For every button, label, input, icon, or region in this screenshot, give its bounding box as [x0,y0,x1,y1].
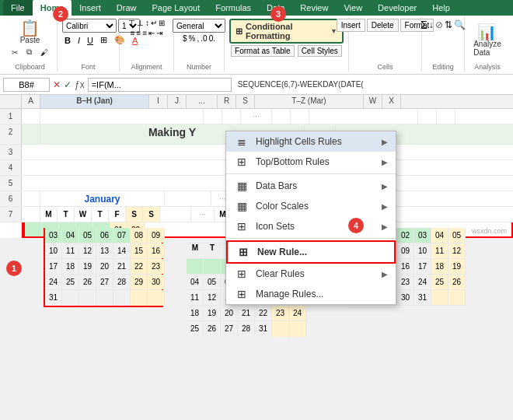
dropdown-item-iconsets[interactable]: ⊞ Icon Sets ▶ [226,216,396,236]
dropdown-item-clearrules[interactable]: ⊞ Clear Rules ▶ [226,264,396,284]
sort-filter-button[interactable]: ⇅ [445,19,452,31]
j-w2-c[interactable]: 05 [79,228,96,238]
col-x[interactable]: X [382,95,401,108]
j-w1-a[interactable] [25,222,42,236]
wrap-text-button[interactable]: ↵ [151,19,157,27]
cell-gap6 [165,191,211,206]
accounting-button[interactable]: $ [183,34,187,43]
m-w1-g[interactable]: 05 [448,228,466,238]
tab-review[interactable]: Review [292,0,336,16]
fill-down-button[interactable]: ↓ [429,19,434,31]
indent-inc-button[interactable]: ⇥ [156,29,162,37]
confirm-icon[interactable]: ✓ [64,79,72,90]
cell-w1[interactable] [418,109,437,124]
j-w2-f[interactable]: 08 [131,228,148,238]
tab-pagelayout[interactable]: Page Layout [144,0,208,16]
scissors-icon: ✂ [12,48,18,57]
cell-a6[interactable] [22,191,40,206]
dropdown-item-newrule[interactable]: ⊞ New Rule... [226,240,396,264]
delete-cells-button[interactable]: Delete [367,19,399,32]
align-bottom-button[interactable]: ↕ [145,19,149,27]
analyze-data-button[interactable]: 📊 Analyze Data [469,23,506,58]
m-w1-f[interactable]: 04 [431,228,448,238]
paste-button[interactable]: 📋 Paste [16,19,45,46]
col-b[interactable]: B–H (Jan) [40,95,149,108]
col-t[interactable]: T–Z (Mar) [255,95,364,108]
find-select-button[interactable]: 🔍 [454,19,466,31]
autosum-button[interactable]: Σ [421,19,428,31]
number-format-select[interactable]: General [173,19,225,33]
percent-button[interactable]: % [189,34,196,43]
border-button[interactable]: ⊞ [98,34,110,46]
insert-function-icon[interactable]: ƒx [75,79,85,90]
col-r[interactable]: R [218,95,236,108]
clearrules-icon: ⊞ [234,268,250,280]
format-as-table-button[interactable]: Format as Table [231,45,295,57]
j-w2-e[interactable]: 07 [113,228,131,238]
cell-a7[interactable] [22,207,40,222]
j-w2-g[interactable]: 09 [148,228,165,238]
group-alignment: ⊤ ⊥ ↕ ↵ ⊞ ≡ ≡ ≡ ⇤ ⇥ Alignment [120,17,174,72]
ribbon-tabs: File Home Insert Draw Page Layout Formul… [0,0,513,16]
cell-x1[interactable] [437,109,455,124]
inc-decimal-button[interactable]: .0 [201,34,207,43]
align-middle-button[interactable]: ⊥ [137,19,144,27]
col-w[interactable]: W [364,95,382,108]
tab-view[interactable]: View [336,0,370,16]
tab-developer[interactable]: Developer [370,0,424,16]
font-family-select[interactable]: Calibri [62,19,117,33]
insert-cells-button[interactable]: Insert [337,19,365,32]
bold-button[interactable]: B [62,35,73,46]
jan-day-t1: T [58,207,75,222]
italic-button[interactable]: I [75,35,82,46]
underline-button[interactable]: U [85,35,96,46]
comma-button[interactable]: , [197,34,200,43]
col-i[interactable]: I [149,95,168,108]
group-editing-label: Editing [432,63,454,71]
dropdown-item-colorscales[interactable]: ▦ Color Scales ▶ [226,196,396,216]
paint-icon: 🖌 [40,48,48,57]
align-top-button[interactable]: ⊤ [128,19,135,27]
cell-a1[interactable] [22,109,40,124]
col-j[interactable]: J [168,95,187,108]
cell-a2[interactable] [22,124,40,144]
merge-button[interactable]: ⊞ [159,19,165,27]
cell-s1[interactable] [291,109,309,124]
m-w1-d[interactable]: 02 [397,228,414,238]
cell-i1[interactable] [204,109,222,124]
cell-styles-button[interactable]: Cell Styles [298,45,342,57]
cancel-icon[interactable]: ✕ [53,79,61,90]
align-right-button[interactable]: ≡ [142,29,147,37]
cut-button[interactable]: ✂ [9,47,21,58]
align-left-button[interactable]: ≡ [131,29,135,37]
col-s[interactable]: S [236,95,255,108]
tab-formulas[interactable]: Formulas [208,0,259,16]
col-k[interactable]: ... [187,95,218,108]
cell-j1[interactable] [222,109,241,124]
dropdown-item-managerules[interactable]: ⊞ Manage Rules... [226,284,396,304]
tab-help[interactable]: Help [424,0,458,16]
tab-insert[interactable]: Insert [72,0,109,16]
tab-draw[interactable]: Draw [109,0,145,16]
align-center-button[interactable]: ≡ [137,29,141,37]
name-box[interactable] [3,78,50,92]
dropdown-item-topbottom[interactable]: ⊞ Top/Bottom Rules ▶ [226,152,396,172]
j-w2-b[interactable]: 04 [62,228,79,238]
databars-arrow: ▶ [382,182,388,191]
tab-file[interactable]: File [3,0,33,16]
ribbon-body: 📋 Paste ✂ ⧉ 🖌 Clipboard Calibri 11 B [0,16,513,75]
format-painter-button[interactable]: 🖌 [37,47,51,58]
m-w1-e[interactable]: 03 [414,228,431,238]
dropdown-item-databars[interactable]: ▦ Data Bars ▶ [226,176,396,196]
indent-dec-button[interactable]: ⇤ [148,29,155,37]
dec-decimal-button[interactable]: 0. [209,34,215,43]
j-w2-d[interactable]: 06 [96,228,113,238]
dropdown-item-highlight[interactable]: ≣ Highlight Cells Rules ▶ [226,131,396,152]
formula-input[interactable] [88,78,232,92]
j-w2-a[interactable]: 03 [45,228,62,238]
col-a[interactable]: A [22,95,40,108]
clear-button[interactable]: ⊘ [435,19,443,31]
conditional-formatting-button[interactable]: ⊞ Conditional Formatting ▼ [229,19,344,44]
cell-r1[interactable] [272,109,291,124]
copy-button[interactable]: ⧉ [23,47,35,58]
